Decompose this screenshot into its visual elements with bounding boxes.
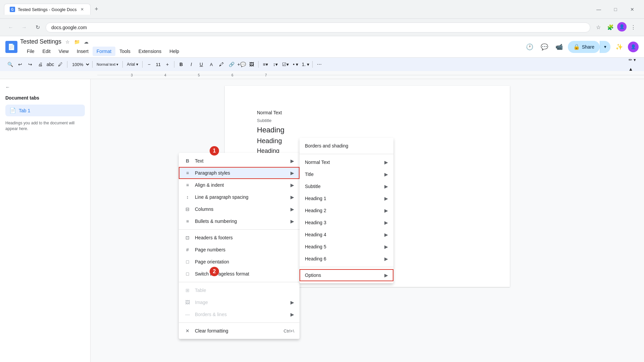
toolbar-undo-button[interactable]: ↩ (15, 60, 25, 69)
profile-avatar[interactable]: 👤 (617, 22, 627, 32)
para-menu-heading3[interactable]: Heading 3 ▶ (300, 217, 393, 229)
zoom-select[interactable]: 100% (69, 61, 90, 68)
toolbar-align-button[interactable]: ≡▾ (261, 60, 270, 69)
format-menu-switch-pageless[interactable]: □ Switch to Pageless format (179, 268, 300, 280)
toolbar-highlight-button[interactable]: 🖍 (217, 60, 226, 69)
paragraph-styles-menu: Borders and shading Normal Text ▶ Title … (300, 138, 393, 283)
toolbar-redo-button[interactable]: ↪ (25, 60, 35, 69)
menu-file[interactable]: File (23, 47, 39, 56)
para-menu-heading6[interactable]: Heading 6 ▶ (300, 253, 393, 265)
new-tab-button[interactable]: + (92, 5, 101, 14)
toolbar-fontsize-decrease-button[interactable]: − (145, 60, 154, 69)
toolbar-right: ✏ ▾ ▲ (626, 58, 639, 71)
toolbar-mode-button[interactable]: ✏ ▾ (626, 58, 639, 64)
forward-button[interactable]: → (19, 22, 30, 33)
toolbar-format-styles-button[interactable]: Normal text ▾ (95, 60, 120, 69)
toolbar-print-button[interactable]: 🖨 (36, 60, 45, 69)
user-avatar[interactable]: 👤 (628, 42, 639, 52)
toolbar-search-button[interactable]: 🔍 (5, 60, 15, 69)
extensions-button[interactable]: 🧩 (605, 22, 616, 33)
para-menu-heading2[interactable]: Heading 2 ▶ (300, 204, 393, 217)
menu-edit[interactable]: Edit (39, 47, 55, 56)
browser-tab[interactable]: G Tested Settings - Google Docs ✕ (4, 4, 91, 15)
share-dropdown-button[interactable]: ▾ (600, 41, 610, 53)
toolbar-underline-button[interactable]: U (197, 60, 206, 69)
para-menu-subtitle[interactable]: Subtitle ▶ (300, 180, 393, 192)
para-menu-title[interactable]: Title ▶ (300, 168, 393, 180)
format-menu-paragraph-styles[interactable]: ≡ Paragraph styles ▶ (179, 167, 300, 179)
gemini-button[interactable]: ✨ (613, 41, 625, 53)
meet-button[interactable]: 📹 (553, 41, 565, 53)
close-button[interactable]: ✕ (625, 4, 640, 15)
sidebar-tab-1[interactable]: 📄 Tab 1 (5, 105, 85, 116)
sidebar-back-button[interactable]: ← (5, 84, 85, 90)
format-menu-text[interactable]: B Text ▶ (179, 155, 300, 167)
address-input[interactable] (46, 22, 590, 33)
history-button[interactable]: 🕐 (524, 41, 536, 53)
menu-extensions[interactable]: Extensions (135, 47, 165, 56)
heading3-arrow: ▶ (384, 220, 388, 225)
tab-favicon: G (10, 7, 15, 12)
bookmark-button[interactable]: ☆ (593, 22, 604, 33)
app-icon: 📄 (5, 41, 17, 53)
reload-button[interactable]: ↻ (32, 22, 43, 33)
format-menu-align-indent[interactable]: ≡ Align & indent ▶ (179, 179, 300, 191)
page-numbers-icon: # (184, 246, 191, 253)
toolbar-italic-button[interactable]: I (186, 60, 196, 69)
annotation-badge-1: 1 (210, 146, 219, 156)
tab-close-button[interactable]: ✕ (79, 7, 85, 12)
maximize-button[interactable]: □ (608, 4, 623, 15)
star-icon-button[interactable]: ☆ (63, 38, 71, 46)
format-menu-headers-footers[interactable]: ⊡ Headers & footers (179, 232, 300, 244)
menu-button[interactable]: ⋮ (628, 22, 639, 33)
toolbar-fontsize-increase-button[interactable]: + (163, 60, 172, 69)
folder-icon-button[interactable]: 📁 (73, 38, 81, 46)
para-menu-normal-text[interactable]: Normal Text ▶ (300, 156, 393, 168)
image-icon: 🖼 (184, 299, 191, 306)
toolbar-image-button[interactable]: 🖼 (247, 60, 256, 69)
toolbar-more-button[interactable]: ⋯ (315, 60, 324, 69)
menu-insert[interactable]: Insert (73, 47, 93, 56)
menu-tools[interactable]: Tools (115, 47, 135, 56)
para-menu-heading4[interactable]: Heading 4 ▶ (300, 229, 393, 241)
toolbar-spellcheck-button[interactable]: abc (46, 60, 55, 69)
menu-help[interactable]: Help (165, 47, 183, 56)
share-label: Share (582, 44, 594, 50)
toolbar-collapse-button[interactable]: ▲ (626, 64, 635, 71)
toolbar-link-button[interactable]: 🔗 (227, 60, 236, 69)
format-menu-page-numbers[interactable]: # Page numbers (179, 244, 300, 256)
para-menu-borders-shading[interactable]: Borders and shading (300, 140, 393, 152)
format-menu-table[interactable]: ⊞ Table (179, 284, 300, 296)
columns-arrow: ▶ (290, 206, 294, 212)
share-btn-group: 🔒 Share ▾ (568, 41, 610, 53)
svg-text:6: 6 (231, 73, 233, 77)
para-menu-heading1[interactable]: Heading 1 ▶ (300, 192, 393, 204)
format-menu-line-para-spacing[interactable]: ↕ Line & paragraph spacing ▶ (179, 191, 300, 203)
format-menu-image[interactable]: 🖼 Image ▶ (179, 296, 300, 308)
toolbar-font-button[interactable]: Arial ▾ (125, 60, 140, 69)
format-menu-bullets-numbering[interactable]: ≡ Bullets & numbering ▶ (179, 215, 300, 227)
back-button[interactable]: ← (5, 22, 16, 33)
menu-format[interactable]: Format (93, 47, 115, 56)
toolbar-numbering-button[interactable]: 1. ▾ (301, 60, 310, 69)
share-button[interactable]: 🔒 Share (568, 41, 600, 53)
format-menu-columns[interactable]: ⊟ Columns ▶ (179, 203, 300, 215)
format-menu-borders-lines[interactable]: — Borders & lines ▶ (179, 308, 300, 320)
toolbar-bold-button[interactable]: B (176, 60, 186, 69)
para-menu-heading5[interactable]: Heading 5 ▶ (300, 241, 393, 253)
format-menu-page-orientation[interactable]: □ Page orientation (179, 256, 300, 268)
toolbar-color-button[interactable]: A (207, 60, 216, 69)
svg-text:7: 7 (265, 73, 267, 77)
toolbar-bullets-button[interactable]: • ▾ (291, 60, 300, 69)
menu-view[interactable]: View (55, 47, 73, 56)
cloud-icon-button[interactable]: ☁ (82, 38, 90, 46)
toolbar-checklist-button[interactable]: ☑▾ (281, 60, 290, 69)
toolbar-linespacing-button[interactable]: ↕▾ (271, 60, 280, 69)
doc-title-text: Tested Settings (20, 38, 61, 45)
format-menu-clear-formatting[interactable]: ✕ Clear formatting Ctrl+\ (179, 325, 300, 337)
comments-button[interactable]: 💬 (538, 41, 550, 53)
para-menu-options[interactable]: Options ▶ (300, 269, 393, 281)
toolbar-paint-button[interactable]: 🖊 (56, 60, 65, 69)
minimize-button[interactable]: — (591, 4, 606, 15)
toolbar-comment-button[interactable]: +💬 (237, 60, 246, 69)
